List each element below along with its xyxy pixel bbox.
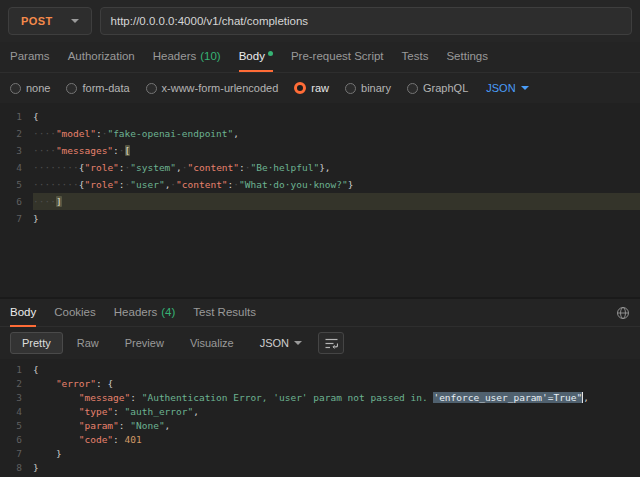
code-line-1[interactable]: 1{ [0,363,640,377]
code-token: { [107,378,113,389]
chevron-down-icon [521,86,529,90]
wrap-lines-button[interactable] [318,332,344,354]
request-tab-params[interactable]: Params [10,42,50,72]
code-token [33,420,79,431]
view-mode-preview[interactable]: Preview [113,332,176,354]
code-token: "content" [176,179,227,190]
code-text: } [33,210,640,227]
globe-icon[interactable] [616,306,630,320]
response-view-selector: PrettyRawPreviewVisualize [10,332,246,354]
body-language-label: JSON [486,82,515,94]
response-body-editor[interactable]: 1{2 "error": {3 "message": "Authenticati… [0,359,640,477]
code-token: , [165,420,171,431]
code-token: { [33,111,39,122]
code-token: 'enforce_user_param'=True" [433,392,582,403]
code-text: "error": { [33,377,640,391]
code-text: "type": "auth_error", [33,405,640,419]
code-token: "auth_error" [125,406,194,417]
url-text: http://0.0.0.0:4000/v1/chat/completions [111,15,309,27]
code-line-3[interactable]: 3····"messages":·[ [0,142,640,159]
code-line-5[interactable]: 5 "param": "None", [0,419,640,433]
line-number: 1 [0,108,33,125]
request-tab-pre-request-script[interactable]: Pre-request Script [291,42,384,72]
code-line-6[interactable]: 6 "code": 401 [0,433,640,447]
code-line-4[interactable]: 4········{"role":·"system",·"content":·"… [0,159,640,176]
code-line-2[interactable]: 2 "error": { [0,377,640,391]
code-token: } [33,213,39,224]
line-number: 4 [0,159,33,176]
code-token: "None" [130,420,164,431]
code-token: 401 [125,434,142,445]
code-line-8[interactable]: 8} [0,461,640,475]
line-number: 3 [0,391,33,405]
code-token: "param" [79,420,119,431]
response-toolbar: PrettyRawPreviewVisualize JSON [0,327,640,359]
body-content-dot-icon [268,51,273,56]
view-mode-raw[interactable]: Raw [65,332,111,354]
chevron-down-icon [71,19,79,23]
body-mode-graphql[interactable]: GraphQL [407,82,468,94]
code-text: ········{"role":·"system",·"content":·"B… [33,159,640,176]
response-tab-test-results[interactable]: Test Results [193,299,256,327]
code-text: ····] [33,193,640,210]
response-tabs: BodyCookiesHeaders(4)Test Results [10,299,256,327]
mode-label: none [26,82,50,94]
request-tab-body[interactable]: Body [239,42,273,72]
code-token: ] [56,196,62,207]
body-mode-binary[interactable]: binary [345,82,391,94]
body-type-row: noneform-datax-www-form-urlencodedrawbin… [0,73,640,103]
code-token: [ [125,145,131,156]
view-mode-visualize[interactable]: Visualize [178,332,246,354]
code-line-7[interactable]: 7} [0,210,640,227]
response-tab-headers[interactable]: Headers(4) [114,299,176,327]
code-token: "type" [79,406,113,417]
response-tab-body[interactable]: Body [10,299,36,327]
code-token: , [583,392,589,403]
code-token: { [33,364,39,375]
body-mode-x-www-form-urlencoded[interactable]: x-www-form-urlencoded [146,82,279,94]
request-body-editor[interactable]: 1{2····"model":·"fake-openai-endpoint",3… [0,103,640,297]
text-wrap-icon [325,338,338,349]
url-input[interactable]: http://0.0.0.0:4000/v1/chat/completions [100,7,632,35]
request-tab-settings[interactable]: Settings [446,42,488,72]
tab-label: Test Results [193,306,256,318]
view-mode-pretty[interactable]: Pretty [10,332,63,354]
method-dropdown[interactable]: POST [8,7,92,35]
code-token: "role" [85,179,119,190]
code-token: "Authentication Error, 'user' param not … [142,392,434,403]
code-line-5[interactable]: 5········{"role":·"user",·"content":·"Wh… [0,176,640,193]
code-token: "role" [85,162,119,173]
request-tab-tests[interactable]: Tests [402,42,429,72]
code-line-3[interactable]: 3 "message": "Authentication Error, 'use… [0,391,640,405]
body-mode-form-data[interactable]: form-data [66,82,129,94]
code-token: ···· [33,145,56,156]
code-token [33,434,79,445]
tab-label: Pre-request Script [291,50,384,62]
code-line-1[interactable]: 1{ [0,108,640,125]
mode-label: binary [361,82,391,94]
response-tab-cookies[interactable]: Cookies [54,299,96,327]
code-token: · [119,145,125,156]
code-token: } [348,179,354,190]
response-language-dropdown[interactable]: JSON [260,337,302,349]
code-text: { [33,108,640,125]
code-line-4[interactable]: 4 "type": "auth_error", [0,405,640,419]
body-mode-raw[interactable]: raw [294,82,329,94]
request-tabs-row: ParamsAuthorizationHeaders(10)BodyPre-re… [0,42,640,73]
code-token: "system" [130,162,176,173]
radio-icon [146,83,157,94]
body-mode-none[interactable]: none [10,82,50,94]
body-language-dropdown[interactable]: JSON [486,82,528,94]
request-tab-authorization[interactable]: Authorization [68,42,135,72]
code-line-6[interactable]: 6····] [0,193,640,210]
code-token: "user" [130,179,164,190]
request-tab-headers[interactable]: Headers(10) [153,42,221,72]
code-token: }, [319,162,330,173]
radio-icon [345,83,356,94]
line-number: 7 [0,447,33,461]
code-line-7[interactable]: 7 } [0,447,640,461]
code-text: "param": "None", [33,419,640,433]
code-line-2[interactable]: 2····"model":·"fake-openai-endpoint", [0,125,640,142]
code-token [33,406,79,417]
tab-label: Cookies [54,306,96,318]
